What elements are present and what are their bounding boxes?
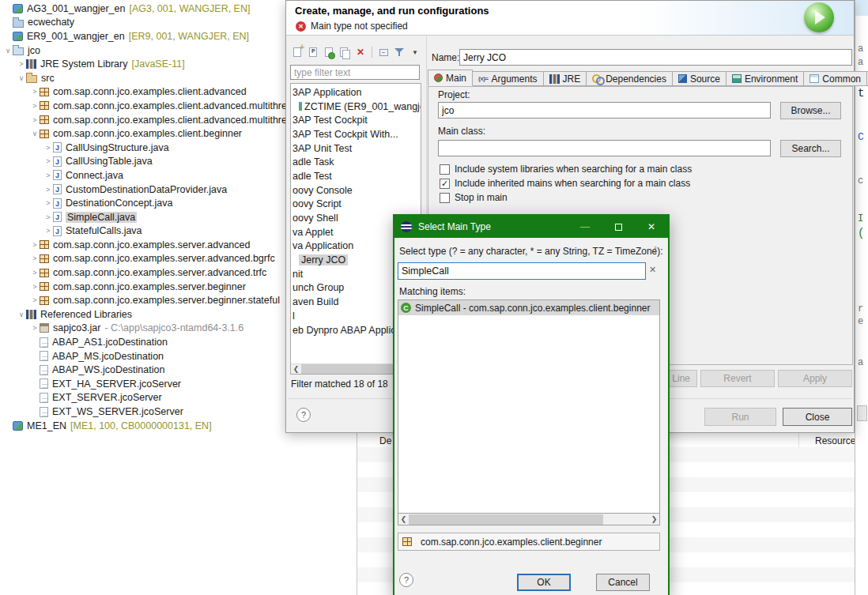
config-type-item[interactable]: oovy Console bbox=[291, 183, 421, 198]
tab-jre[interactable]: JRE bbox=[544, 71, 587, 86]
tree-item[interactable]: >com.sap.conn.jco.examples.server.advanc… bbox=[0, 238, 285, 252]
chevron-right-icon[interactable]: > bbox=[43, 171, 53, 179]
maximize-button[interactable] bbox=[602, 216, 635, 238]
tree-item[interactable]: ∨jco bbox=[0, 43, 285, 58]
cancel-button[interactable]: Cancel bbox=[596, 574, 650, 591]
chevron-right-icon[interactable]: > bbox=[30, 269, 40, 277]
tree-item[interactable]: >JStatefulCalls.java bbox=[0, 224, 285, 239]
filter-icon[interactable] bbox=[392, 46, 406, 58]
horizontal-scrollbar[interactable]: ❮ ❯ bbox=[398, 514, 660, 525]
help-icon[interactable]: ? bbox=[399, 573, 413, 587]
tree-item[interactable]: >JDestinationConcept.java bbox=[0, 196, 285, 210]
tree-item[interactable]: ABAP_AS1.jcoDestination bbox=[0, 335, 285, 349]
chevron-down-icon[interactable]: ∨ bbox=[17, 311, 26, 318]
tree-item[interactable]: ecwechaty bbox=[0, 16, 285, 30]
name-input[interactable] bbox=[459, 49, 852, 66]
checkbox[interactable] bbox=[440, 164, 450, 175]
scrollbar-thumb[interactable] bbox=[301, 364, 394, 375]
chevron-right-icon[interactable]: > bbox=[43, 186, 53, 194]
tab-arguments[interactable]: (x)=Arguments bbox=[473, 71, 543, 86]
search-button[interactable]: Search... bbox=[780, 140, 841, 157]
duplicate-icon[interactable] bbox=[338, 46, 352, 58]
checkbox[interactable]: ✓ bbox=[440, 179, 450, 189]
main-class-input[interactable] bbox=[438, 140, 771, 156]
tree-item[interactable]: >JRE System Library[JavaSE-11] bbox=[0, 57, 285, 71]
tree-item[interactable]: ER9_001_wangjer_en[ER9, 001, WANGJER, EN… bbox=[0, 29, 285, 43]
scroll-left-arrow[interactable]: ❮ bbox=[398, 514, 409, 525]
tree-item[interactable]: AG3_001_wangjer_en[AG3, 001, WANGJER, EN… bbox=[0, 2, 285, 16]
tree-item[interactable]: ABAP_MS.jcoDestination bbox=[0, 349, 285, 363]
tree-item[interactable]: EXT_SERVER.jcoServer bbox=[0, 391, 285, 405]
tree-item[interactable]: ∨src bbox=[0, 71, 285, 85]
tree-item[interactable]: >com.sap.conn.jco.examples.client.advanc… bbox=[0, 99, 285, 113]
tree-item[interactable]: >JSimpleCall.java bbox=[0, 210, 285, 224]
chevron-right-icon[interactable]: > bbox=[43, 213, 53, 221]
tree-item[interactable]: >com.sap.conn.jco.examples.server.beginn… bbox=[0, 293, 285, 307]
chevron-right-icon[interactable]: > bbox=[17, 60, 26, 68]
new-prototype-icon[interactable] bbox=[306, 46, 320, 58]
tree-item[interactable]: >JCallUsingStructure.java bbox=[0, 141, 285, 155]
chevron-down-icon[interactable]: ∨ bbox=[30, 130, 40, 137]
tree-item[interactable]: >JCustomDestinationDataProvider.java bbox=[0, 183, 285, 197]
tree-item[interactable]: >com.sap.conn.jco.examples.server.advanc… bbox=[0, 252, 285, 266]
checkbox[interactable] bbox=[440, 193, 450, 203]
tree-item[interactable]: >com.sap.conn.jco.examples.client.advanc… bbox=[0, 85, 285, 100]
checkbox-option[interactable]: Include system libraries when searching … bbox=[440, 162, 692, 176]
chevron-right-icon[interactable]: > bbox=[43, 199, 53, 207]
tab-source[interactable]: Source bbox=[673, 71, 726, 86]
tab-common[interactable]: Common bbox=[804, 71, 867, 86]
matching-item[interactable]: CSimpleCall - com.sap.conn.jco.examples.… bbox=[398, 300, 659, 315]
clear-input-icon[interactable]: ✕ bbox=[649, 265, 656, 275]
tree-item[interactable]: ME1_EN[ME1, 100, CB0000000131, EN] bbox=[0, 419, 285, 433]
checkbox-option[interactable]: Stop in main bbox=[440, 190, 692, 205]
tab-dependencies[interactable]: Dependencies bbox=[587, 71, 673, 86]
tree-item[interactable]: >com.sap.conn.jco.examples.client.advanc… bbox=[0, 113, 285, 127]
chevron-right-icon[interactable]: > bbox=[30, 241, 40, 249]
help-icon[interactable]: ? bbox=[296, 408, 311, 422]
dialog-titlebar[interactable]: Select Main Type — ✕ bbox=[394, 216, 668, 238]
config-type-item[interactable]: ZCTIME (ER9_001_wangjer_en) bbox=[291, 100, 421, 114]
tree-item[interactable]: ∨Referenced Libraries bbox=[0, 307, 285, 322]
tree-item[interactable]: >JConnect.java bbox=[0, 168, 285, 183]
tree-item[interactable]: EXT_WS_SERVER.jcoServer bbox=[0, 405, 285, 419]
chevron-right-icon[interactable]: > bbox=[30, 296, 40, 304]
project-input[interactable] bbox=[438, 102, 771, 119]
scroll-left-arrow[interactable]: ❮ bbox=[291, 364, 301, 375]
close-button[interactable]: Close bbox=[783, 408, 852, 426]
type-filter-input[interactable] bbox=[290, 65, 420, 80]
tree-item[interactable]: >com.sap.conn.jco.examples.server.advanc… bbox=[0, 265, 285, 280]
chevron-right-icon[interactable]: > bbox=[30, 116, 40, 124]
run-button[interactable]: Run bbox=[704, 408, 776, 426]
config-type-item[interactable]: 3AP Unit Test bbox=[291, 141, 421, 156]
new-config-icon[interactable] bbox=[290, 46, 304, 58]
tree-item[interactable]: >com.sap.conn.jco.examples.server.beginn… bbox=[0, 280, 285, 294]
chevron-down-icon[interactable]: ∨ bbox=[17, 74, 26, 82]
tab-environment[interactable]: Environment bbox=[726, 71, 804, 86]
chevron-right-icon[interactable]: > bbox=[43, 144, 53, 152]
link-prototype-icon[interactable] bbox=[322, 46, 336, 58]
view-menu-icon[interactable]: ⁞⁞ bbox=[654, 245, 655, 254]
tree-item[interactable]: EXT_HA_SERVER.jcoServer bbox=[0, 377, 285, 391]
checkbox-option[interactable]: ✓Include inherited mains when searching … bbox=[440, 176, 692, 190]
scrollbar-thumb[interactable] bbox=[409, 514, 603, 525]
chevron-right-icon[interactable]: > bbox=[43, 157, 53, 165]
config-type-item[interactable]: 3AP Application bbox=[291, 85, 421, 100]
tree-item[interactable]: ∨com.sap.conn.jco.examples.client.beginn… bbox=[0, 126, 285, 141]
ok-button[interactable]: OK bbox=[517, 574, 571, 591]
tree-item[interactable]: ABAP_WS.jcoDestination bbox=[0, 363, 285, 377]
chevron-right-icon[interactable]: > bbox=[30, 88, 40, 96]
config-type-item[interactable]: adle Test bbox=[291, 169, 421, 183]
revert-button[interactable]: Revert bbox=[700, 370, 775, 387]
chevron-right-icon[interactable]: > bbox=[30, 254, 40, 262]
tree-item[interactable]: >sapjco3.jar- C:\app\sapjco3-ntamd64-3.1… bbox=[0, 322, 285, 336]
scroll-right-arrow[interactable]: ❯ bbox=[649, 514, 659, 525]
config-type-item[interactable]: 3AP Test Cockpit With... bbox=[291, 127, 421, 141]
apply-button[interactable]: Apply bbox=[778, 370, 852, 387]
config-type-item[interactable]: adle Task bbox=[291, 155, 421, 169]
close-window-button[interactable]: ✕ bbox=[635, 216, 668, 238]
config-type-item[interactable]: 3AP Test Cockpit bbox=[291, 113, 421, 127]
browse-button[interactable]: Browse... bbox=[780, 102, 841, 119]
menu-arrow-icon[interactable]: ▼ bbox=[408, 46, 422, 58]
delete-icon[interactable]: ✕ bbox=[353, 46, 368, 58]
type-pattern-input[interactable] bbox=[398, 262, 646, 280]
